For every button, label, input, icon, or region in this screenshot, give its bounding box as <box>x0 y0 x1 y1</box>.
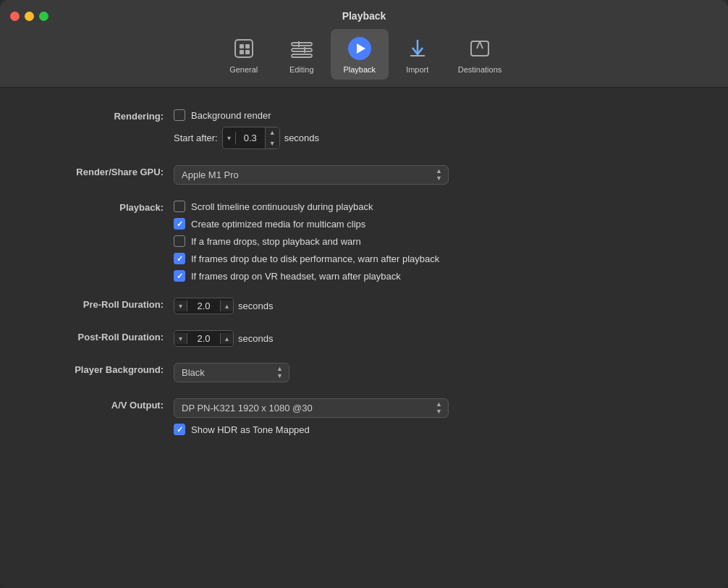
player-background-arrows: ▲ ▼ <box>276 366 283 379</box>
player-background-label: Player Background: <box>29 363 174 375</box>
svg-rect-0 <box>235 40 253 57</box>
traffic-lights <box>10 12 48 21</box>
gpu-row: Render/Share GPU: Apple M1 Pro ▲ ▼ <box>29 165 699 185</box>
preroll-label: Pre-Roll Duration: <box>29 298 174 310</box>
playback-option-4: If frames drop on VR headset, warn after… <box>174 270 439 282</box>
playback-checkbox-3[interactable] <box>174 253 185 264</box>
svg-rect-12 <box>471 41 488 56</box>
postroll-seconds: seconds <box>238 333 273 344</box>
hdr-checkbox[interactable] <box>174 424 185 435</box>
svg-rect-1 <box>240 44 244 49</box>
postroll-stepper[interactable]: ▾ 2.0 ▴ <box>174 330 234 347</box>
start-after-value: 0.3 <box>236 130 265 146</box>
svg-rect-6 <box>292 49 312 51</box>
toolbar-item-import[interactable]: Import <box>389 29 446 80</box>
svg-rect-3 <box>240 50 244 54</box>
playback-option-label-0: Scroll timeline continuously during play… <box>191 201 373 212</box>
start-after-arrows: ▲ ▼ <box>265 127 279 148</box>
av-arrow-down: ▼ <box>436 408 442 415</box>
svg-rect-7 <box>292 54 312 57</box>
editing-icon <box>288 35 316 62</box>
playback-option-label-1: Create optimized media for multicam clip… <box>191 219 365 230</box>
hdr-label: Show HDR as Tone Mapped <box>191 424 310 435</box>
postroll-up-arrow[interactable]: ▴ <box>220 333 233 344</box>
svg-rect-5 <box>292 43 312 46</box>
general-icon <box>230 35 258 62</box>
av-output-controls: DP PN-K321 1920 x 1080 @30 ▲ ▼ Show HDR … <box>174 398 449 435</box>
playback-checkbox-2[interactable] <box>174 235 185 247</box>
playback-option-label-4: If frames drop on VR headset, warn after… <box>191 271 401 282</box>
bg-arrow-up: ▲ <box>276 366 283 372</box>
start-after-up[interactable]: ▲ <box>266 127 279 138</box>
start-after-seconds: seconds <box>284 133 319 143</box>
svg-rect-4 <box>245 50 250 54</box>
playback-row: Playback: Scroll timeline continuously d… <box>29 201 699 282</box>
rendering-row: Rendering: Background render Start after… <box>29 109 699 149</box>
hdr-row: Show HDR as Tone Mapped <box>174 424 449 435</box>
rendering-controls: Background render Start after: ▾ 0.3 ▲ ▼… <box>174 109 319 149</box>
playback-label: Playback: <box>29 201 174 213</box>
start-after-down[interactable]: ▼ <box>266 138 279 149</box>
preroll-duration-row: ▾ 2.0 ▴ seconds <box>174 298 273 314</box>
preroll-stepper[interactable]: ▾ 2.0 ▴ <box>174 298 234 314</box>
av-output-label: A/V Output: <box>29 398 174 411</box>
window-title: Playback <box>342 10 386 22</box>
svg-rect-2 <box>245 44 250 49</box>
background-render-checkbox[interactable] <box>174 109 185 121</box>
close-button[interactable] <box>10 12 20 21</box>
player-background-dropdown[interactable]: Black ▲ ▼ <box>174 363 289 382</box>
preroll-down-arrow[interactable]: ▾ <box>174 301 187 311</box>
av-output-row: A/V Output: DP PN-K321 1920 x 1080 @30 ▲… <box>29 398 699 435</box>
postroll-duration-row: ▾ 2.0 ▴ seconds <box>174 330 273 347</box>
av-output-value: DP PN-K321 1920 x 1080 @30 <box>182 403 313 413</box>
main-window: Playback General <box>0 0 728 588</box>
toolbar-item-general[interactable]: General <box>215 29 273 80</box>
toolbar-label-destinations: Destinations <box>458 65 502 74</box>
toolbar-item-destinations[interactable]: Destinations <box>446 29 514 80</box>
av-arrow-up: ▲ <box>436 401 442 408</box>
player-background-controls: Black ▲ ▼ <box>174 363 289 382</box>
gpu-dropdown[interactable]: Apple M1 Pro ▲ ▼ <box>174 165 449 185</box>
gpu-label: Render/Share GPU: <box>29 165 174 177</box>
preroll-up-arrow[interactable]: ▴ <box>220 301 233 311</box>
import-icon <box>404 35 431 62</box>
start-after-label: Start after: <box>174 133 218 143</box>
toolbar-item-playback[interactable]: Playback <box>331 29 389 80</box>
playback-checkbox-4[interactable] <box>174 270 185 282</box>
playback-option-0: Scroll timeline continuously during play… <box>174 201 439 212</box>
playback-icon <box>346 35 373 62</box>
bg-arrow-down: ▼ <box>276 373 283 379</box>
minimize-button[interactable] <box>25 12 34 21</box>
av-output-dropdown[interactable]: DP PN-K321 1920 x 1080 @30 ▲ ▼ <box>174 398 449 418</box>
gpu-arrow-up: ▲ <box>436 168 442 175</box>
preroll-row: Pre-Roll Duration: ▾ 2.0 ▴ seconds <box>29 298 699 314</box>
player-background-row: Player Background: Black ▲ ▼ <box>29 363 699 382</box>
playback-option-label-2: If a frame drops, stop playback and warn <box>191 236 361 247</box>
playback-option-2: If a frame drops, stop playback and warn <box>174 235 439 247</box>
destinations-icon <box>466 35 494 62</box>
gpu-value: Apple M1 Pro <box>182 169 239 180</box>
gpu-arrow-down: ▼ <box>436 175 442 182</box>
start-after-down-arrow[interactable]: ▾ <box>223 132 236 144</box>
preroll-value: 2.0 <box>187 298 220 314</box>
postroll-label: Post-Roll Duration: <box>29 330 174 343</box>
background-render-label: Background render <box>191 110 271 121</box>
playback-option-3: If frames drop due to disk performance, … <box>174 253 439 264</box>
av-output-arrows: ▲ ▼ <box>436 401 442 415</box>
titlebar: Playback General <box>0 0 728 88</box>
playback-checkbox-0[interactable] <box>174 201 185 212</box>
maximize-button[interactable] <box>39 12 48 21</box>
toolbar-label-general: General <box>229 65 258 74</box>
toolbar: General Editing <box>200 29 528 87</box>
playback-checkbox-1[interactable] <box>174 218 185 230</box>
rendering-label: Rendering: <box>29 109 174 122</box>
start-after-stepper[interactable]: ▾ 0.3 ▲ ▼ <box>222 127 280 149</box>
gpu-controls: Apple M1 Pro ▲ ▼ <box>174 165 449 185</box>
postroll-down-arrow[interactable]: ▾ <box>174 333 187 344</box>
playback-option-1: Create optimized media for multicam clip… <box>174 218 439 230</box>
toolbar-item-editing[interactable]: Editing <box>273 29 331 80</box>
start-after-row: Start after: ▾ 0.3 ▲ ▼ seconds <box>174 127 319 149</box>
playback-controls: Scroll timeline continuously during play… <box>174 201 439 282</box>
postroll-controls: ▾ 2.0 ▴ seconds <box>174 330 273 347</box>
content-area: Rendering: Background render Start after… <box>0 88 728 588</box>
